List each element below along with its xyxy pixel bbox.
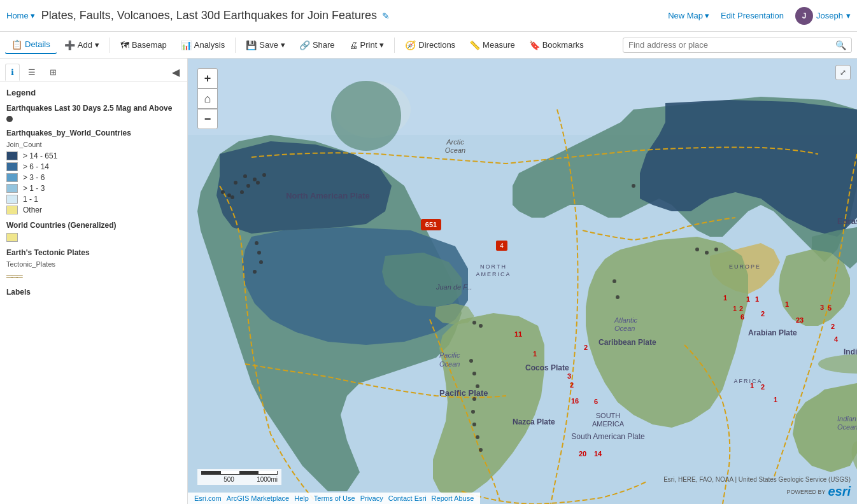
world-countries-item [6, 233, 181, 242]
home-control-button[interactable]: ⌂ [197, 88, 218, 109]
contact-link[interactable]: Contact Esri [388, 494, 427, 502]
bookmarks-button[interactable]: 🔖 Bookmarks [523, 37, 590, 53]
svg-point-43 [471, 410, 475, 414]
svg-point-19 [253, 270, 257, 274]
arcgis-marketplace-link[interactable]: ArcGIS Marketplace [227, 494, 289, 502]
svg-text:AFRICA: AFRICA [733, 378, 762, 384]
esri-logo-text: esri [828, 484, 851, 499]
legend-item-label: 1 - 1 [23, 195, 38, 204]
add-button[interactable]: ➕ Add ▾ [58, 37, 106, 53]
measure-button[interactable]: 📏 Measure [463, 37, 521, 53]
svg-point-22 [221, 190, 225, 194]
collapse-panel-button[interactable]: ◀ [169, 64, 182, 81]
svg-text:NORTH: NORTH [480, 263, 507, 270]
svg-text:4: 4 [500, 242, 504, 249]
map-svg: Arctic Ocean North American Plate NORTH … [188, 59, 857, 504]
tab-list[interactable]: ☰ [22, 64, 41, 81]
details-button[interactable]: 📋 Details [5, 36, 57, 54]
home-label: Home [6, 11, 29, 20]
map-container[interactable]: Arctic Ocean North American Plate NORTH … [188, 59, 857, 504]
svg-text:4: 4 [834, 335, 839, 343]
svg-text:1: 1 [746, 295, 750, 303]
share-icon: 🔗 [299, 40, 310, 50]
scale-bar: 500 1000mi [197, 469, 281, 485]
new-map-button[interactable]: New Map ▾ [668, 11, 709, 20]
svg-text:AMERICA: AMERICA [592, 420, 625, 428]
svg-text:Ocean: Ocean [439, 360, 460, 368]
basemap-icon: 🗺 [120, 40, 129, 50]
tab-grid[interactable]: ⊞ [44, 64, 62, 81]
add-label: Add [78, 40, 92, 50]
edit-presentation-button[interactable]: Edit Presentation [716, 8, 789, 24]
search-input[interactable] [628, 40, 835, 50]
legend-item: 1 - 1 [6, 195, 181, 204]
scale-segment-2 [221, 471, 240, 474]
grid-tab-icon: ⊞ [50, 67, 57, 77]
user-menu[interactable]: J Joseph ▾ [795, 7, 851, 25]
svg-point-45 [476, 435, 479, 439]
search-container: 🔍 [623, 38, 852, 53]
map-expand-button[interactable]: ⤢ [835, 65, 851, 80]
svg-text:Eurasian Plate: Eurasian Plate [837, 216, 857, 226]
svg-text:6: 6 [594, 398, 598, 405]
bookmarks-icon: 🔖 [529, 40, 540, 50]
help-link[interactable]: Help [294, 494, 309, 502]
user-avatar: J [795, 7, 813, 25]
svg-point-48 [705, 251, 709, 255]
main-content: ℹ ☰ ⊞ ◀ Legend Earthquakes Last 30 Days … [0, 59, 857, 504]
svg-text:11: 11 [514, 330, 522, 338]
svg-text:1: 1 [785, 300, 789, 308]
svg-text:Pacific Plate: Pacific Plate [439, 388, 488, 398]
svg-point-24 [230, 195, 234, 199]
search-icon[interactable]: 🔍 [835, 40, 846, 50]
legend-item: > 3 - 6 [6, 173, 181, 182]
save-chevron-icon: ▾ [281, 40, 285, 50]
svg-text:EUROPE: EUROPE [729, 263, 761, 270]
legend-title: Legend [6, 88, 181, 97]
scale-segment-1 [202, 471, 221, 474]
svg-text:2: 2 [584, 344, 588, 351]
basemap-button[interactable]: 🗺 Basemap [114, 37, 173, 53]
legend-swatch [6, 206, 18, 214]
earthquakes-layer-title: Earthquakes Last 30 Days 2.5 Mag and Abo… [6, 104, 181, 113]
zoom-in-button[interactable]: + [197, 68, 218, 88]
svg-text:Ocean: Ocean [445, 146, 465, 154]
svg-point-46 [479, 448, 483, 452]
tab-info[interactable]: ℹ [5, 64, 20, 81]
legend-swatch [6, 195, 18, 204]
svg-text:Ocean: Ocean [837, 423, 857, 431]
directions-button[interactable]: 🧭 Directions [399, 37, 462, 53]
footer: Esri.com ArcGIS Marketplace Help Terms o… [188, 493, 480, 504]
details-label: Details [25, 39, 50, 49]
svg-text:3: 3 [820, 304, 824, 311]
svg-text:20: 20 [579, 450, 586, 458]
top-bar: Home ▾ Plates, Faults, Volcanoes, Last 3… [0, 0, 857, 32]
svg-text:14: 14 [594, 450, 602, 458]
svg-point-52 [613, 279, 616, 283]
svg-point-44 [472, 423, 476, 426]
privacy-link[interactable]: Privacy [360, 494, 383, 502]
svg-point-39 [469, 359, 473, 363]
zoom-out-button[interactable]: − [197, 109, 218, 129]
share-button[interactable]: 🔗 Share [293, 37, 341, 53]
print-chevron-icon: ▾ [379, 40, 384, 50]
bookmarks-label: Bookmarks [542, 40, 584, 50]
home-button[interactable]: Home ▾ [6, 11, 35, 20]
svg-text:16: 16 [571, 397, 579, 405]
edit-title-icon[interactable]: ✎ [382, 11, 390, 21]
svg-text:Pacific: Pacific [439, 351, 460, 359]
svg-text:South American Plate: South American Plate [571, 432, 645, 441]
directions-icon: 🧭 [405, 40, 416, 50]
tectonic-plates-dash-symbol: ═══ [6, 271, 22, 281]
home-chevron-icon: ▾ [31, 11, 35, 20]
save-button[interactable]: 💾 Save ▾ [239, 37, 292, 53]
analysis-button[interactable]: 📊 Analysis [174, 37, 231, 53]
print-button[interactable]: 🖨 Print ▾ [343, 37, 391, 53]
left-panel: ℹ ☰ ⊞ ◀ Legend Earthquakes Last 30 Days … [0, 59, 188, 504]
svg-text:2: 2 [761, 383, 765, 391]
esri-link[interactable]: Esri.com [194, 494, 222, 502]
panel-tabs: ℹ ☰ ⊞ ◀ [0, 59, 187, 81]
svg-text:India Plate: India Plate [844, 347, 857, 356]
terms-link[interactable]: Terms of Use [314, 494, 355, 502]
report-link[interactable]: Report Abuse [432, 494, 474, 502]
